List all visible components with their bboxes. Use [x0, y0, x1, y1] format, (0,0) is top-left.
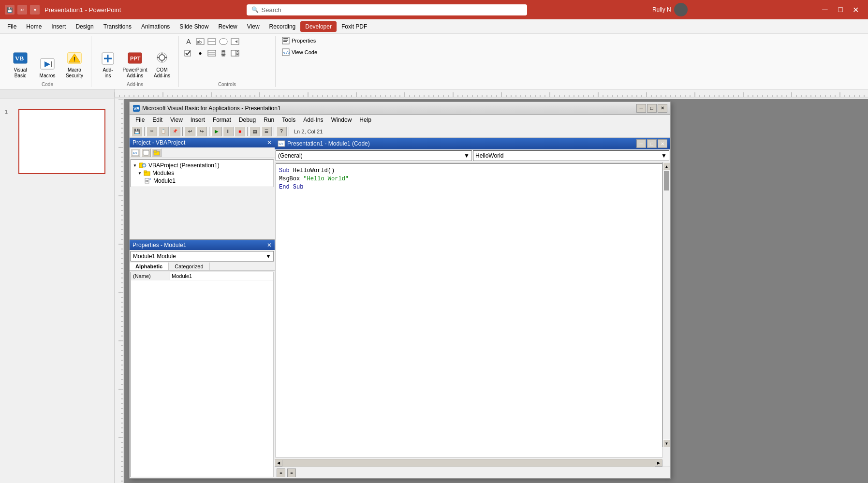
code-close-button[interactable]: ✕	[658, 139, 667, 148]
project-close-button[interactable]: ✕	[267, 139, 272, 146]
close-button[interactable]: ✕	[849, 2, 863, 17]
menu-review[interactable]: Review	[213, 21, 242, 32]
maximize-button[interactable]: □	[833, 2, 848, 17]
vba-minimize-button[interactable]: ─	[636, 104, 646, 113]
menu-recording[interactable]: Recording	[265, 21, 301, 32]
ctrl-icon-4[interactable]	[219, 37, 228, 46]
menu-developer[interactable]: Developer	[300, 21, 337, 32]
addins-button[interactable]: Add-ins	[95, 49, 120, 81]
vba-restore-button[interactable]: □	[647, 104, 657, 113]
menu-design[interactable]: Design	[71, 21, 98, 32]
scrollbar-up-button[interactable]: ▲	[663, 162, 670, 170]
app-icon-customize[interactable]: ▾	[30, 5, 40, 15]
vba-cut-btn[interactable]: ✂	[147, 127, 157, 136]
user-info: Rully N	[652, 3, 688, 16]
ctrl-icon-1[interactable]: A	[184, 37, 193, 46]
scrollbar-down-button[interactable]: ▼	[663, 439, 670, 447]
menu-home[interactable]: Home	[21, 21, 46, 32]
code-view-btn[interactable]: ≡	[277, 468, 285, 477]
properties-close-button[interactable]: ✕	[267, 242, 272, 249]
code-proc-dropdown[interactable]: HelloWorld ▼	[473, 150, 669, 161]
vba-menu-tools[interactable]: Tools	[278, 116, 299, 124]
view-code-button[interactable]: </> View Code	[280, 47, 320, 57]
code-restore-button[interactable]: □	[647, 139, 657, 148]
ctrl-icon-2[interactable]: ab	[195, 37, 205, 46]
vba-stop-btn[interactable]: ■	[235, 127, 245, 136]
horizontal-ruler-svg: // Will be generated via JS below	[115, 89, 868, 98]
svg-rect-27	[208, 50, 216, 56]
properties-button[interactable]: Properties	[280, 36, 318, 45]
ctrl-icon-3[interactable]	[207, 37, 217, 46]
slide-thumbnail[interactable]	[18, 109, 105, 174]
properties-object-dropdown[interactable]: Module1 Module ▼	[131, 251, 274, 262]
macros-button[interactable]: Macros	[35, 55, 60, 81]
vba-undo-btn[interactable]: ↩	[185, 127, 195, 136]
project-view-object-btn[interactable]	[141, 148, 151, 157]
ctrl-icon-spin[interactable]	[230, 48, 240, 58]
ctrl-icon-list[interactable]	[207, 48, 217, 58]
scrollbar-left-button[interactable]: ◀	[275, 460, 282, 467]
minimize-button[interactable]: ─	[818, 2, 832, 17]
vba-run-btn[interactable]: ▶	[211, 127, 222, 136]
props-value-name[interactable]: Module1	[170, 272, 273, 280]
menu-slideshow[interactable]: Slide Show	[175, 21, 213, 32]
vba-menu-view[interactable]: View	[166, 116, 187, 124]
scrollbar-thumb[interactable]	[664, 171, 669, 190]
powerpoint-addins-button[interactable]: PPT PowerPointAdd-ins	[122, 49, 147, 81]
menu-foxit[interactable]: Foxit PDF	[337, 21, 372, 32]
project-view-code-btn[interactable]: </>	[131, 148, 140, 157]
vba-menu-addins[interactable]: Add-Ins	[299, 116, 327, 124]
menu-insert[interactable]: Insert	[46, 21, 71, 32]
ctrl-icon-5[interactable]	[230, 37, 240, 46]
com-addins-button[interactable]: COMAdd-ins	[149, 49, 175, 81]
macro-security-button[interactable]: ! MacroSecurity	[62, 49, 87, 81]
code-dropdowns: (General) ▼ HelloWorld ▼	[275, 149, 670, 162]
vba-save-btn[interactable]: 💾	[132, 127, 142, 136]
scrollbar-right-button[interactable]: ▶	[655, 460, 662, 467]
vba-menu-debug[interactable]: Debug	[235, 116, 260, 124]
code-minimize-button[interactable]: ─	[636, 139, 646, 148]
vba-design-btn[interactable]: ▤	[250, 127, 260, 136]
vba-paste-btn[interactable]: 📌	[170, 127, 180, 136]
properties-section: Properties - Module1 ✕ Module1 Module ▼ …	[130, 239, 275, 478]
menu-file[interactable]: File	[2, 21, 21, 32]
tree-item-module1[interactable]: M Module1	[133, 177, 271, 185]
ctrl-icon-radio[interactable]: ●	[195, 48, 205, 58]
vba-menu-window[interactable]: Window	[327, 116, 356, 124]
code-editor[interactable]: Sub HelloWorld() MsgBox "Hello World" En…	[276, 163, 662, 458]
tab-categorized[interactable]: Categorized	[169, 263, 209, 270]
tree-item-vbaproject[interactable]: ▼ VBAProject (Presentation1)	[133, 161, 271, 169]
avatar[interactable]	[674, 3, 688, 16]
vba-pause-btn[interactable]: ⏸	[223, 127, 234, 136]
scrollbar-track[interactable]	[663, 170, 670, 439]
code-proc-btn[interactable]: ≡	[287, 468, 296, 477]
vba-close-button[interactable]: ✕	[658, 104, 667, 113]
project-toggle-folders-btn[interactable]	[152, 148, 162, 157]
code-scrollbar-h[interactable]: ◀ ▶	[275, 459, 662, 467]
vba-menu-edit[interactable]: Edit	[148, 116, 166, 124]
search-box[interactable]: 🔍 Search	[247, 4, 527, 15]
vba-menu-insert[interactable]: Insert	[187, 116, 209, 124]
ctrl-icon-check[interactable]	[184, 48, 193, 58]
menu-transitions[interactable]: Transitions	[99, 21, 136, 32]
code-object-dropdown[interactable]: (General) ▼	[276, 150, 472, 161]
code-scrollbar-v[interactable]: ▲ ▼	[662, 162, 670, 447]
app-icon-undo[interactable]: ↩	[17, 5, 27, 15]
vba-menu-help[interactable]: Help	[355, 116, 375, 124]
visual-basic-button[interactable]: VB VisualBasic	[8, 49, 33, 81]
app-icon-save[interactable]: 💾	[5, 5, 15, 15]
tab-alphabetic[interactable]: Alphabetic	[130, 263, 169, 270]
vba-break-btn[interactable]: ☰	[261, 127, 272, 136]
menu-view[interactable]: View	[242, 21, 265, 32]
vba-copy-btn[interactable]: 📋	[158, 127, 169, 136]
vba-menu-format[interactable]: Format	[209, 116, 235, 124]
vba-redo-btn[interactable]: ↪	[196, 127, 207, 136]
tree-item-modules[interactable]: ▼ Modules	[133, 169, 271, 177]
vba-menu-file[interactable]: File	[132, 116, 148, 124]
menu-animations[interactable]: Animations	[136, 21, 175, 32]
vba-help-btn[interactable]: ?	[276, 127, 287, 136]
vba-menu-run[interactable]: Run	[260, 116, 278, 124]
menu-bar: File Home Insert Design Transitions Anim…	[0, 19, 868, 34]
ribbon-group-code: VB VisualBasic Macros	[4, 36, 91, 87]
ctrl-icon-scroll[interactable]	[219, 48, 228, 58]
